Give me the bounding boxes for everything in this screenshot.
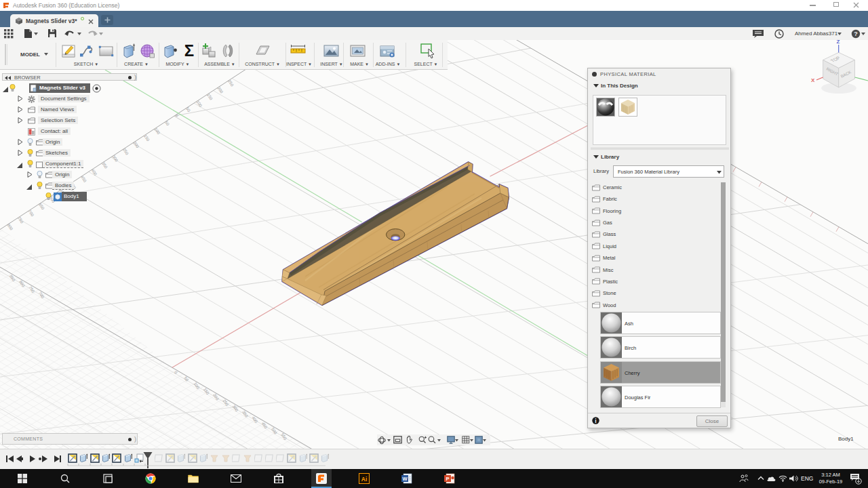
svg-text:Ai: Ai bbox=[361, 476, 368, 483]
svg-text:?: ? bbox=[854, 30, 858, 37]
svg-text:W: W bbox=[402, 476, 408, 482]
svg-text:X: X bbox=[811, 77, 815, 83]
svg-text:Σ: Σ bbox=[184, 43, 194, 59]
svg-text:P: P bbox=[446, 476, 449, 482]
svg-text:i: i bbox=[595, 418, 596, 424]
